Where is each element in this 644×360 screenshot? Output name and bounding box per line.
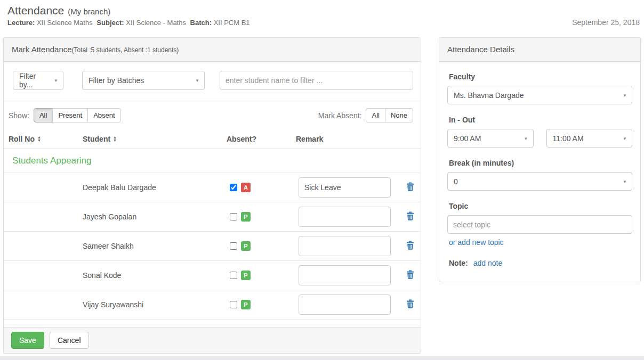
faculty-select[interactable]: Ms. Bhavna Dargade ▼ [447,86,632,104]
table-row: Deepak Balu Dargade A [4,173,421,202]
absent-checkbox[interactable] [230,213,237,220]
trash-icon[interactable] [406,182,414,191]
absent-checkbox[interactable] [230,272,237,279]
batch-value: XII PCM B1 [214,19,250,27]
trash-icon[interactable] [406,211,414,220]
add-note-link[interactable]: add note [473,259,503,267]
faculty-value: Ms. Bhavna Dargade [454,91,524,100]
chevron-down-icon: ▼ [623,179,627,184]
student-name: Vijay Suryawanshi [83,300,227,309]
page-header: Attendance (My branch) Lecture: XII Scie… [0,0,644,30]
topic-input[interactable] [447,215,632,234]
column-absent: Absent? [227,135,296,143]
mark-absent-all-button[interactable]: All [366,108,385,122]
out-time-select[interactable]: 11:00 AM ▼ [546,129,633,148]
chevron-down-icon: ▼ [54,78,58,83]
column-roll-no[interactable]: Roll No ▲▼ [9,135,83,143]
in-out-label: In - Out [449,116,632,124]
horizontal-scrollbar[interactable] [0,356,644,360]
absent-checkbox[interactable] [230,301,237,308]
page: Attendance (My branch) Lecture: XII Scie… [0,0,644,354]
lecture-value: XII Science Maths [37,19,93,27]
filter-by-select[interactable]: Filter by... ▼ [13,71,63,90]
mark-attendance-footer: Save Cancel [4,327,421,353]
break-value: 0 [454,177,458,186]
filter-by-batches-select[interactable]: Filter by Batches ▼ [82,71,205,90]
attendance-details-panel: Attendance Details Faculty Ms. Bhavna Da… [439,37,641,282]
filter-by-value: Filter by... [19,72,50,89]
student-name: Jayesh Gopalan [83,212,227,221]
save-button[interactable]: Save [11,332,44,349]
sort-icon: ▲▼ [113,136,117,142]
cancel-button[interactable]: Cancel [50,332,89,349]
mark-attendance-header: Mark Attendance(Total :5 students, Absen… [4,38,421,62]
mark-attendance-title: Mark Attendance [12,45,72,54]
status-badge: A [241,183,251,192]
filter-by-batches-value: Filter by Batches [88,76,144,85]
column-student[interactable]: Student ▲▼ [83,135,227,143]
batch-label: Batch: [190,19,212,27]
status-badge: P [241,271,251,280]
topic-label: Topic [449,202,632,210]
attendance-date: September 25, 2018 [572,18,640,27]
add-new-topic-link[interactable]: or add new topic [449,238,504,247]
table-row: Sonal Kode P [4,261,421,290]
chevron-down-icon: ▼ [623,136,627,141]
mark-absent-button-group: All None [366,108,413,122]
status-badge: P [241,212,251,222]
page-subtitle: (My branch) [68,7,110,16]
absent-checkbox[interactable] [230,184,237,191]
table-row: Jayesh Gopalan P [4,202,421,232]
remark-input[interactable] [299,265,391,285]
student-name: Sameer Shaikh [83,242,227,250]
note-row: Note: add note [449,259,632,267]
show-row: Show: All Present Absent Mark Absent: Al… [4,102,421,129]
attendance-details-title: Attendance Details [447,45,514,54]
trash-icon[interactable] [406,270,414,279]
remark-input[interactable] [299,207,391,227]
remark-input[interactable] [299,236,391,256]
student-search-input[interactable] [220,71,413,90]
student-name: Sonal Kode [83,271,227,280]
remark-input[interactable] [299,177,391,198]
note-label: Note: [449,259,468,267]
student-name: Deepak Balu Dargade [83,183,227,192]
show-button-group: All Present Absent [34,108,121,122]
trash-icon[interactable] [406,241,414,250]
column-remark: Remark [296,135,402,143]
subject-label: Subject: [96,19,124,27]
absent-checkbox[interactable] [230,242,237,250]
trash-icon[interactable] [406,299,414,308]
mark-absent-none-button[interactable]: None [385,108,413,122]
show-all-button[interactable]: All [34,108,53,122]
remark-input[interactable] [299,294,391,315]
show-label: Show: [9,111,29,120]
chevron-down-icon: ▼ [524,136,528,141]
mark-attendance-panel: Mark Attendance(Total :5 students, Absen… [3,37,421,354]
break-label: Break (in minutes) [449,159,632,167]
sort-icon: ▲▼ [37,136,41,142]
attendance-details-header: Attendance Details [439,38,640,62]
mark-attendance-summary: (Total :5 students, Absent :1 students) [72,46,179,54]
chevron-down-icon: ▼ [623,93,627,97]
status-badge: P [241,241,251,251]
lecture-info: Lecture: XII Science Maths Subject: XII … [7,19,252,27]
main-content: Mark Attendance(Total :5 students, Absen… [0,30,644,354]
attendance-details-body: Faculty Ms. Bhavna Dargade ▼ In - Out 9:… [439,62,640,278]
filter-row: Filter by... ▼ Filter by Batches ▼ [4,62,421,102]
status-badge: P [241,300,251,309]
faculty-label: Faculty [449,72,632,81]
in-time-value: 9:00 AM [454,134,481,143]
lecture-label: Lecture: [7,19,35,27]
in-time-select[interactable]: 9:00 AM ▼ [447,129,534,148]
mark-attendance-body: Filter by... ▼ Filter by Batches ▼ Show:… [4,62,421,327]
subject-value: XII Science - Maths [126,19,186,27]
break-select[interactable]: 0 ▼ [447,172,632,191]
table-row: Sameer Shaikh P [4,232,421,261]
show-absent-button[interactable]: Absent [87,108,120,122]
students-tbody: Deepak Balu Dargade A [4,173,421,320]
mark-absent-label: Mark Absent: [318,111,362,120]
table-header: Roll No ▲▼ Student ▲▼ Absent? Remark [4,129,421,149]
out-time-value: 11:00 AM [553,134,584,143]
show-present-button[interactable]: Present [52,108,88,122]
